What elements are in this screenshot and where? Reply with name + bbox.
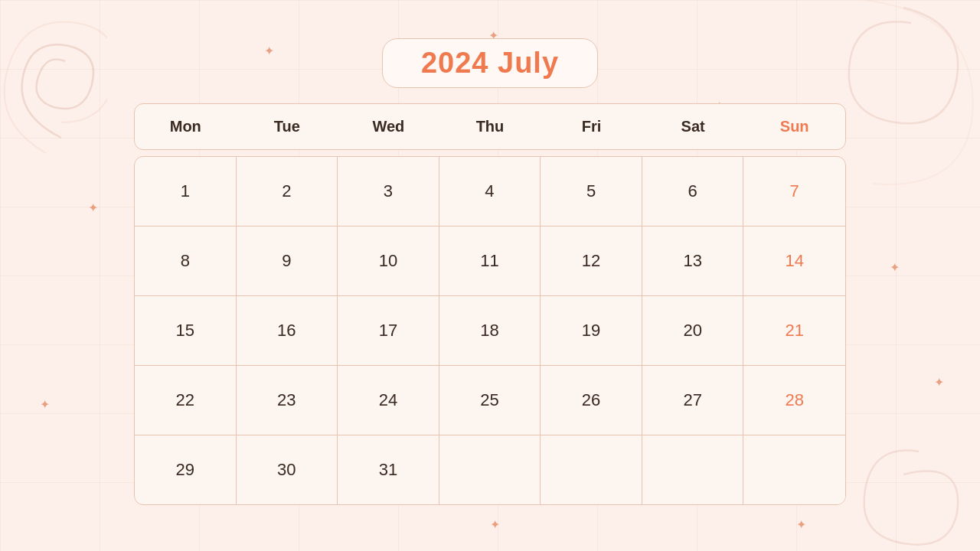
day-cell-9[interactable]: 9 (237, 227, 338, 295)
calendar-row: 15161718192021 (135, 296, 845, 366)
empty-cell (439, 435, 541, 504)
day-cell-11[interactable]: 11 (439, 227, 541, 295)
day-cell-18[interactable]: 18 (439, 296, 541, 365)
empty-cell (642, 435, 744, 504)
day-cell-7[interactable]: 7 (743, 157, 845, 226)
day-cell-26[interactable]: 26 (541, 366, 642, 435)
day-cell-30[interactable]: 30 (237, 435, 338, 504)
day-cell-28[interactable]: 28 (743, 366, 845, 435)
calendar-row: 22232425262728 (135, 366, 845, 435)
day-cell-1[interactable]: 1 (135, 157, 237, 226)
day-cell-6[interactable]: 6 (642, 157, 744, 226)
day-cell-17[interactable]: 17 (338, 296, 439, 365)
calendar-row: 891011121314 (135, 227, 845, 296)
day-cell-4[interactable]: 4 (439, 157, 541, 226)
day-header-tue: Tue (237, 104, 338, 149)
day-header-sat: Sat (642, 104, 744, 149)
day-header-wed: Wed (338, 104, 439, 149)
day-cell-24[interactable]: 24 (338, 366, 439, 435)
calendar-row: 293031 (135, 435, 845, 504)
day-cell-8[interactable]: 8 (135, 227, 237, 295)
day-cell-27[interactable]: 27 (642, 366, 744, 435)
day-cell-14[interactable]: 14 (743, 227, 845, 295)
day-cell-31[interactable]: 31 (338, 435, 439, 504)
day-cell-25[interactable]: 25 (439, 366, 541, 435)
day-cell-21[interactable]: 21 (743, 296, 845, 365)
day-cell-20[interactable]: 20 (642, 296, 744, 365)
day-cell-5[interactable]: 5 (541, 157, 642, 226)
day-cell-13[interactable]: 13 (642, 227, 744, 295)
day-cell-15[interactable]: 15 (135, 296, 237, 365)
calendar-title: 2024 July (382, 38, 598, 88)
calendar-wrapper: MonTueWedThuFriSatSun 123456789101112131… (134, 103, 846, 505)
day-header-thu: Thu (439, 104, 541, 149)
empty-cell (541, 435, 642, 504)
day-header-sun: Sun (743, 104, 845, 149)
day-cell-16[interactable]: 16 (237, 296, 338, 365)
day-cell-2[interactable]: 2 (237, 157, 338, 226)
day-cell-22[interactable]: 22 (135, 366, 237, 435)
calendar-row: 1234567 (135, 157, 845, 227)
day-cell-10[interactable]: 10 (338, 227, 439, 295)
day-cell-29[interactable]: 29 (135, 435, 237, 504)
day-header-mon: Mon (135, 104, 237, 149)
day-header-fri: Fri (541, 104, 642, 149)
empty-cell (743, 435, 845, 504)
day-cell-19[interactable]: 19 (541, 296, 642, 365)
calendar-grid: 1234567891011121314151617181920212223242… (134, 156, 846, 505)
day-cell-3[interactable]: 3 (338, 157, 439, 226)
day-cell-12[interactable]: 12 (541, 227, 642, 295)
main-container: 2024 July MonTueWedThuFriSatSun 12345678… (0, 0, 980, 505)
calendar-header: MonTueWedThuFriSatSun (134, 103, 846, 150)
day-cell-23[interactable]: 23 (237, 366, 338, 435)
